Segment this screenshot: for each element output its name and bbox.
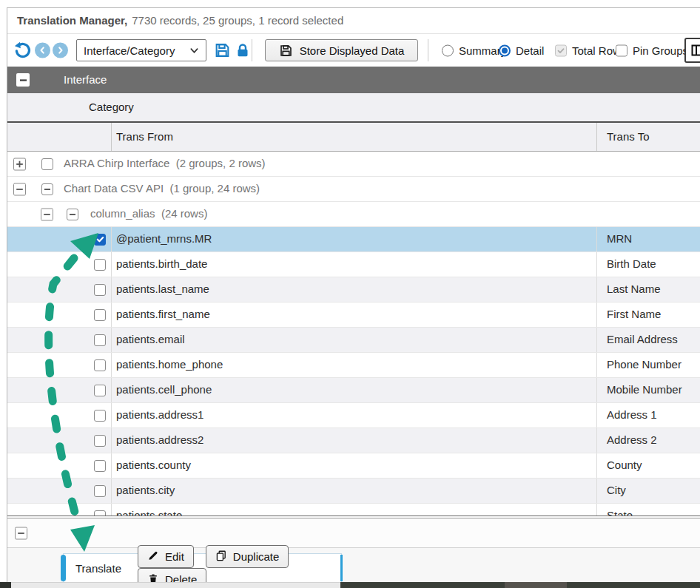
row-checkbox[interactable] bbox=[94, 435, 106, 447]
taskbar-segment bbox=[11, 582, 340, 588]
group-checkbox[interactable] bbox=[41, 158, 53, 170]
summary-radio[interactable]: Summary bbox=[442, 44, 506, 57]
row-checkbox[interactable] bbox=[94, 284, 106, 296]
row-checkbox[interactable] bbox=[94, 485, 106, 497]
translate-label: Translate bbox=[75, 562, 121, 575]
group-row[interactable]: Chart Data CSV API (1 group, 24 rows) bbox=[7, 177, 700, 202]
edit-button[interactable]: Edit bbox=[138, 545, 194, 568]
table-row[interactable]: patients.address1Address 1 bbox=[7, 403, 700, 428]
column-divider bbox=[111, 479, 112, 503]
pin-groups-checkbox[interactable]: Pin Groups bbox=[616, 44, 688, 57]
footer-toolbar: Translate EditDuplicateDelete bbox=[7, 548, 700, 582]
trans-from-cell: patients.home_phone bbox=[116, 353, 223, 376]
forward-icon[interactable] bbox=[53, 43, 68, 58]
column-divider bbox=[111, 453, 112, 478]
column-divider bbox=[111, 227, 112, 251]
app-window: Translation Manager,7730 records, 25 gro… bbox=[7, 7, 700, 582]
trans-to-cell: MRN bbox=[607, 227, 632, 251]
collapse-all-icon[interactable] bbox=[16, 73, 30, 87]
collapse-icon[interactable] bbox=[13, 183, 26, 195]
group-row-label: ARRA Chirp Interface (2 groups, 2 rows) bbox=[64, 152, 266, 175]
group-checkbox[interactable] bbox=[67, 209, 78, 220]
row-checkbox[interactable] bbox=[94, 385, 106, 396]
group-header-label: Interface bbox=[64, 67, 107, 93]
panel-accent-line bbox=[340, 555, 343, 581]
column-header-trans-from[interactable]: Trans From bbox=[116, 123, 173, 150]
row-checkbox[interactable] bbox=[94, 410, 106, 422]
row-checkbox[interactable] bbox=[94, 309, 106, 321]
pencil-icon bbox=[147, 550, 159, 564]
toolbar-separator bbox=[428, 39, 428, 61]
table-row[interactable]: patients.birth_dateBirth Date bbox=[7, 252, 700, 277]
column-divider bbox=[596, 277, 597, 302]
back-icon[interactable] bbox=[35, 43, 50, 58]
taskbar-segment bbox=[340, 582, 505, 588]
radio-off-icon bbox=[442, 44, 454, 56]
view-mode-dropdown[interactable]: Interface/Category bbox=[76, 39, 206, 61]
table-row[interactable]: patients.home_phonePhone Number bbox=[7, 353, 700, 378]
column-divider bbox=[111, 303, 112, 327]
chevron-down-icon bbox=[189, 46, 199, 55]
table-row[interactable]: patients.first_nameFirst Name bbox=[7, 303, 700, 328]
footer-collapse-row bbox=[7, 518, 700, 548]
row-checkbox[interactable] bbox=[94, 259, 106, 271]
row-checkbox[interactable] bbox=[94, 334, 106, 346]
group-row[interactable]: ARRA Chirp Interface (2 groups, 2 rows) bbox=[7, 152, 700, 177]
column-divider bbox=[111, 123, 112, 151]
trans-to-cell: Email Address bbox=[607, 328, 678, 351]
table-row[interactable]: patients.countyCounty bbox=[7, 453, 700, 479]
trans-from-cell: patients.address2 bbox=[116, 428, 203, 452]
total-row-checkbox[interactable]: Total Row bbox=[555, 44, 621, 57]
checkbox-checked-disabled-icon bbox=[555, 44, 567, 56]
table-row[interactable]: patients.emailEmail Address bbox=[7, 328, 700, 353]
trans-from-cell: patients.state bbox=[116, 504, 182, 516]
column-divider bbox=[596, 453, 597, 478]
collapse-footer-icon[interactable] bbox=[15, 527, 27, 539]
taskbar-segment bbox=[0, 582, 11, 588]
table-body: ARRA Chirp Interface (2 groups, 2 rows)C… bbox=[7, 152, 700, 516]
column-divider bbox=[111, 277, 112, 302]
detail-radio[interactable]: Detail bbox=[499, 44, 544, 57]
trans-from-cell: patients.birth_date bbox=[116, 252, 207, 276]
column-divider bbox=[111, 378, 112, 402]
store-displayed-data-button[interactable]: Store Displayed Data bbox=[265, 39, 418, 61]
table-row[interactable]: patients.cityCity bbox=[7, 479, 700, 504]
column-divider bbox=[596, 353, 597, 377]
interface-group-header: Interface bbox=[7, 67, 700, 93]
group-checkbox[interactable] bbox=[41, 183, 53, 195]
table-row[interactable]: patients.address2Address 2 bbox=[7, 428, 700, 453]
subgroup-header-label: Category bbox=[89, 93, 134, 121]
title-bar: Translation Manager,7730 records, 25 gro… bbox=[7, 8, 700, 33]
column-divider bbox=[596, 428, 597, 453]
row-checkbox[interactable] bbox=[94, 510, 106, 516]
trans-from-cell: patients.email bbox=[116, 328, 185, 351]
category-group-header: Category bbox=[7, 93, 700, 121]
row-checkbox[interactable] bbox=[94, 359, 106, 371]
trans-from-cell: @patient_mrns.MR bbox=[116, 227, 212, 251]
collapse-icon[interactable] bbox=[41, 208, 53, 220]
delete-button[interactable]: Delete bbox=[138, 568, 206, 582]
column-divider bbox=[111, 252, 112, 277]
taskbar-strip bbox=[0, 582, 700, 588]
duplicate-button[interactable]: Duplicate bbox=[206, 545, 289, 568]
table-row[interactable]: @patient_mrns.MRMRN bbox=[7, 227, 700, 252]
selected-row-checkbox[interactable] bbox=[94, 234, 106, 246]
column-layout-button[interactable] bbox=[684, 38, 700, 63]
column-divider bbox=[596, 479, 597, 503]
column-header-trans-to[interactable]: Trans To bbox=[607, 123, 650, 150]
trans-from-cell: patients.county bbox=[116, 453, 191, 477]
trans-to-cell: Mobile Number bbox=[607, 378, 682, 402]
column-divider bbox=[596, 378, 597, 402]
group-row[interactable]: column_alias (24 rows) bbox=[7, 202, 700, 227]
lock-icon[interactable] bbox=[235, 42, 251, 58]
undo-icon[interactable] bbox=[13, 41, 32, 60]
row-checkbox[interactable] bbox=[94, 460, 106, 472]
save-icon[interactable] bbox=[214, 42, 231, 59]
group-row-label: column_alias (24 rows) bbox=[90, 202, 207, 226]
table-row[interactable]: patients.cell_phoneMobile Number bbox=[7, 378, 700, 403]
column-divider bbox=[596, 504, 597, 516]
table-row[interactable]: patients.last_nameLast Name bbox=[7, 277, 700, 303]
group-row-label: Chart Data CSV API (1 group, 24 rows) bbox=[64, 177, 260, 200]
expand-icon[interactable] bbox=[13, 158, 26, 170]
table-row[interactable]: patients.stateState bbox=[7, 504, 700, 516]
